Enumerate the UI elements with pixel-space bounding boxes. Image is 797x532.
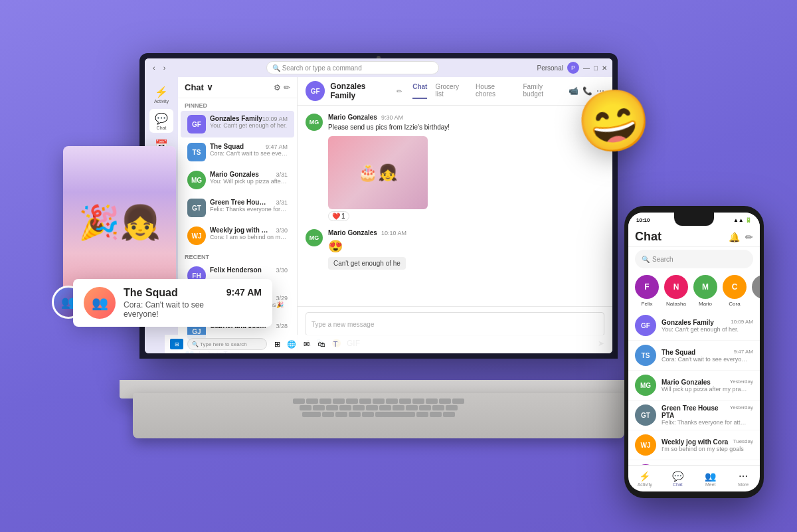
taskbar-search[interactable]: 🔍 Type here to search xyxy=(187,338,267,350)
key xyxy=(386,399,398,404)
compose-icon[interactable]: ✏ xyxy=(284,83,290,92)
message-sender-1: Mario Gonzales xyxy=(328,114,377,121)
taskbar-icon-store[interactable]: 🛍 xyxy=(315,338,327,350)
phone-chat-name-squad: The Squad xyxy=(662,349,695,356)
chat-item-time-mario: 3/31 xyxy=(276,171,288,178)
nav-forward-button[interactable]: › xyxy=(161,62,169,73)
chat-main: GF Gonzales Family ✏ Chat Grocery list H… xyxy=(298,77,612,353)
chat-sidebar-icon: 💬 xyxy=(155,112,168,125)
phone-nav-more[interactable]: ⋯ More xyxy=(727,466,760,491)
phone-compose-icon[interactable]: ✏ xyxy=(745,232,753,242)
phone-chat-content-greenpta-phone: Green Tree House PTA Yesterday Felix: Th… xyxy=(662,404,753,426)
chat-input-box[interactable]: Type a new message xyxy=(306,312,604,336)
chat-item-gonzales-family[interactable]: GF Gonzales Family 10:09 AM You: Can't g… xyxy=(181,111,294,137)
phone-chat-time-jog-phone: Tuesday xyxy=(733,438,753,446)
chat-item-jog[interactable]: WJ Weekly jog with Cora 3/30 Cora: I am … xyxy=(181,222,294,249)
phone-avatar-more[interactable]: › ... xyxy=(752,275,760,307)
phone-avatar-name-felix: Felix xyxy=(642,301,653,307)
phone-more-icon: ⋯ xyxy=(739,471,748,482)
phone-time: 10:10 xyxy=(636,217,650,223)
chat-item-mario[interactable]: MG Mario Gonzales 3/31 You: Will pick up… xyxy=(181,167,294,193)
chat-item-greenpta[interactable]: GT Green Tree House PTA 3/31 Felix: Than… xyxy=(181,195,294,221)
chat-item-content-jog: Weekly jog with Cora 3/30 Cora: I am so … xyxy=(210,226,288,240)
phone-search[interactable]: 🔍 Search xyxy=(635,250,753,268)
chat-item-time-gonzales: 10:09 AM xyxy=(262,116,288,122)
phone-nav-activity[interactable]: ⚡ Activity xyxy=(628,466,662,491)
chat-item-squad[interactable]: TS The Squad 9:47 AM Cora: Can't wait to… xyxy=(181,139,294,165)
titlebar-right: Personal P — □ ✕ xyxy=(537,62,607,74)
edit-pencil-icon[interactable]: ✏ xyxy=(397,88,402,95)
phone-avatar-cora[interactable]: C Cora xyxy=(723,275,747,307)
start-button[interactable]: ⊞ xyxy=(170,339,183,349)
phone-chat-item-squad[interactable]: TS The Squad 9:47 AM Cora: Can't wait to… xyxy=(628,341,760,371)
phone-chat-avatar-greenpta-phone: GT xyxy=(635,404,656,426)
chat-item-name-jog: Weekly jog with Cora xyxy=(210,226,270,234)
chat-item-time-jog: 3/30 xyxy=(276,227,288,234)
phone-avatar-natasha[interactable]: N Natasha xyxy=(664,275,688,307)
tab-chat[interactable]: Chat xyxy=(412,83,427,99)
minimize-button[interactable]: — xyxy=(583,64,590,72)
phone-chat-name-jog-phone: Weekly jog with Cora xyxy=(662,438,728,446)
phone-chat-list: GF Gonzales Family 10:09 AM You: Can't g… xyxy=(628,311,760,465)
keyboard-rows xyxy=(133,393,624,424)
phone-chat-row1-jog-phone: Weekly jog with Cora Tuesday xyxy=(662,438,753,446)
notification-title: The Squad xyxy=(124,287,219,299)
phone-chat-item-gonzales[interactable]: GF Gonzales Family 10:09 AM You: Can't g… xyxy=(628,311,760,341)
sidebar-chat[interactable]: 💬 Chat xyxy=(149,109,173,133)
pinned-section-label: Pinned xyxy=(178,98,297,110)
phone-chat-icon: 💬 xyxy=(672,471,683,482)
chat-messages: MG Mario Gonzales 9:30 AM Please send us… xyxy=(298,106,612,306)
key xyxy=(412,399,424,404)
titlebar-search[interactable]: 🔍 Search or type a command xyxy=(266,61,439,74)
phone-chat-item-greenpta[interactable]: GT Green Tree House PTA Yesterday Felix:… xyxy=(628,400,760,430)
phone-avatar-felix[interactable]: F Felix xyxy=(635,275,659,307)
chat-avatar-greenpta: GT xyxy=(187,199,206,217)
taskbar-icon-edge[interactable]: 🌐 xyxy=(286,338,298,350)
profile-avatar[interactable]: P xyxy=(567,62,579,74)
chat-item-name-felix: Felix Henderson xyxy=(210,266,262,274)
phone-bottom-nav: ⚡ Activity 💬 Chat 👥 Meet ⋯ More xyxy=(628,465,760,491)
message-reaction[interactable]: ❤️ 1 xyxy=(328,211,349,221)
tab-chores[interactable]: House chores xyxy=(476,83,515,99)
phone-chat-avatar-mario: MG xyxy=(635,375,656,396)
phone-chat-preview-gonzales: You: Can't get enough of her. xyxy=(662,326,748,333)
phone-bell-icon[interactable]: 🔔 xyxy=(729,232,740,242)
tab-grocery[interactable]: Grocery list xyxy=(435,83,468,99)
taskbar-icon-teams[interactable]: T xyxy=(329,338,341,350)
phone-avatar-name-cora: Cora xyxy=(729,301,740,307)
phone-avatar-mario[interactable]: M Mario xyxy=(693,275,717,307)
message-avatar-mario2: MG xyxy=(306,229,323,246)
chat-item-row1-jog: Weekly jog with Cora 3/30 xyxy=(210,226,288,234)
key xyxy=(443,412,455,417)
chat-panel-title-row: Chat ∨ xyxy=(185,82,213,92)
message-content-2: Mario Gonzales 10:10 AM 😍 Can't get enou… xyxy=(328,229,604,270)
filter-icon[interactable]: ⚙ xyxy=(274,83,281,92)
sidebar-activity[interactable]: ⚡ Activity xyxy=(149,82,173,106)
teams-titlebar: ‹ › 🔍 Search or type a command Personal … xyxy=(145,58,612,77)
phone-chat-item-jog[interactable]: WJ Weekly jog with Cora Tuesday I'm so b… xyxy=(628,430,760,460)
tab-budget[interactable]: Family budget xyxy=(523,83,563,99)
taskbar-icon-view[interactable]: ⊞ xyxy=(271,338,283,350)
nav-back-button[interactable]: ‹ xyxy=(150,62,158,73)
key xyxy=(359,399,371,404)
taskbar-icon-mail[interactable]: ✉ xyxy=(300,338,312,350)
phone-chat-item-mario[interactable]: MG Mario Gonzales Yesterday Will pick up… xyxy=(628,371,760,400)
phone-chat-item-felixh[interactable]: FH Felix Henderson Tuesday Can you drive… xyxy=(628,460,760,465)
key xyxy=(339,405,351,410)
close-button[interactable]: ✕ xyxy=(602,64,607,72)
key-space xyxy=(302,412,321,417)
notification-popup: 👥 The Squad Cora: Can't wait to see ever… xyxy=(73,279,272,327)
search-placeholder-text: 🔍 Search or type a command xyxy=(272,64,362,72)
phone-nav-chat[interactable]: 💬 Chat xyxy=(662,466,695,491)
maximize-button[interactable]: □ xyxy=(594,64,598,72)
chat-panel-title: Chat xyxy=(185,82,204,92)
chat-item-preview-mario: You: Will pick up pizza after my practic… xyxy=(210,178,288,185)
key xyxy=(326,405,338,410)
activity-icon: ⚡ xyxy=(155,86,168,98)
recent-section-label: Recent xyxy=(178,250,297,262)
key xyxy=(373,399,385,404)
chat-item-time-greenpta: 3/31 xyxy=(276,199,288,206)
chat-item-name-greenpta: Green Tree House PTA xyxy=(210,199,270,206)
phone-nav-meet[interactable]: 👥 Meet xyxy=(694,466,727,491)
chat-item-content-greenpta: Green Tree House PTA 3/31 Felix: Thanks … xyxy=(210,199,288,213)
